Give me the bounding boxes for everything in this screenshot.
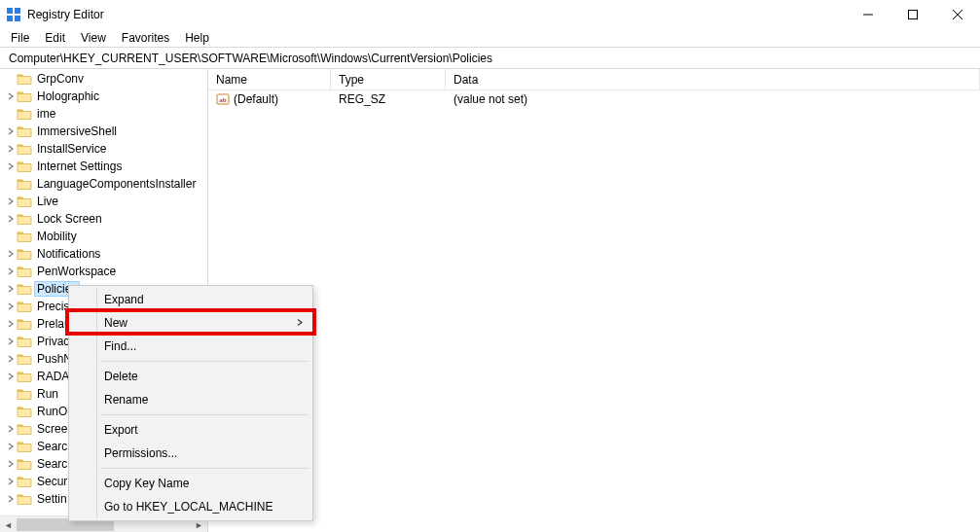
context-menu-separator xyxy=(100,414,309,415)
folder-icon xyxy=(17,212,32,226)
menu-help[interactable]: Help xyxy=(178,30,216,46)
value-type: REG_SZ xyxy=(331,92,446,106)
tree-item-notifications[interactable]: Notifications xyxy=(0,245,207,263)
menu-edit[interactable]: Edit xyxy=(38,30,72,46)
context-menu-copy-key-name[interactable]: Copy Key Name xyxy=(71,472,310,495)
context-menu-separator xyxy=(100,468,309,469)
tree-item-label: Privac xyxy=(35,335,71,348)
expand-icon[interactable] xyxy=(6,477,16,486)
tree-item-label: Precis xyxy=(35,300,71,313)
folder-icon xyxy=(17,265,32,278)
close-button[interactable] xyxy=(935,0,980,29)
expand-icon[interactable] xyxy=(6,442,16,451)
expand-icon[interactable] xyxy=(6,266,16,276)
tree-item-label: Live xyxy=(35,195,60,208)
value-data: (value not set) xyxy=(446,92,980,106)
expand-icon[interactable] xyxy=(6,214,16,224)
scroll-left-button[interactable]: ◄ xyxy=(0,516,17,532)
expand-icon[interactable] xyxy=(6,91,16,101)
expand-icon[interactable] xyxy=(6,372,16,381)
folder-icon xyxy=(17,300,32,313)
expand-icon[interactable] xyxy=(6,354,16,364)
context-menu-expand[interactable]: Expand xyxy=(71,288,310,311)
tree-item-label: ime xyxy=(35,107,57,121)
menu-file[interactable]: File xyxy=(4,30,36,46)
context-menu-item-label: Permissions... xyxy=(104,446,177,460)
expand-icon[interactable] xyxy=(6,196,16,206)
folder-icon xyxy=(17,247,32,261)
expand-icon[interactable] xyxy=(6,424,16,434)
context-menu-rename[interactable]: Rename xyxy=(71,388,310,411)
expand-icon[interactable] xyxy=(6,284,16,294)
context-menu-find[interactable]: Find... xyxy=(71,335,310,358)
tree-item-label: Internet Settings xyxy=(35,160,124,173)
expand-icon[interactable] xyxy=(6,161,16,171)
folder-icon xyxy=(17,370,32,383)
context-menu-item-label: Find... xyxy=(104,339,136,353)
address-input[interactable] xyxy=(6,50,974,67)
values-body[interactable]: ab(Default)REG_SZ(value not set) xyxy=(208,90,980,532)
tree-item-label: RunO xyxy=(35,405,69,418)
value-row[interactable]: ab(Default)REG_SZ(value not set) xyxy=(208,90,980,108)
tree-item-penworkspace[interactable]: PenWorkspace xyxy=(0,263,207,280)
svg-text:ab: ab xyxy=(219,96,227,104)
folder-icon xyxy=(17,492,32,506)
tree-item-installservice[interactable]: InstallService xyxy=(0,140,207,158)
folder-icon xyxy=(17,89,32,103)
window-title: Registry Editor xyxy=(27,8,104,21)
tree-item-label: Scree xyxy=(35,422,69,436)
expand-icon[interactable] xyxy=(6,459,16,469)
tree-item-internet-settings[interactable]: Internet Settings xyxy=(0,158,207,175)
tree-item-label: Prelau xyxy=(35,317,73,331)
tree-item-lock-screen[interactable]: Lock Screen xyxy=(0,210,207,228)
tree-item-label: Mobility xyxy=(35,230,79,243)
svg-rect-2 xyxy=(7,16,13,21)
folder-icon xyxy=(17,72,32,86)
tree-item-label: Settin xyxy=(35,492,69,506)
context-menu-permissions[interactable]: Permissions... xyxy=(71,442,310,465)
context-menu-separator xyxy=(100,361,309,362)
tree-item-languagecomponentsinstaller[interactable]: LanguageComponentsInstaller xyxy=(0,175,207,193)
expand-icon[interactable] xyxy=(6,337,16,346)
maximize-button[interactable] xyxy=(890,0,935,29)
context-menu-export[interactable]: Export xyxy=(71,418,310,442)
tree-item-grpconv[interactable]: GrpConv xyxy=(0,70,207,88)
tree-item-ime[interactable]: ime xyxy=(0,105,207,123)
expand-icon[interactable] xyxy=(6,319,16,329)
column-header-data[interactable]: Data xyxy=(446,69,980,89)
context-menu-item-label: Delete xyxy=(104,370,138,383)
menu-bar: File Edit View Favorites Help xyxy=(0,29,980,48)
tree-item-label: Searc xyxy=(35,440,69,453)
column-header-name[interactable]: Name xyxy=(208,69,331,89)
values-pane: Name Type Data ab(Default)REG_SZ(value n… xyxy=(208,69,980,532)
expand-icon[interactable] xyxy=(6,249,16,259)
expand-icon[interactable] xyxy=(6,144,16,154)
tree-item-label: LanguageComponentsInstaller xyxy=(35,177,198,191)
menu-view[interactable]: View xyxy=(74,30,113,46)
expand-icon[interactable] xyxy=(6,301,16,311)
context-menu-item-label: Go to HKEY_LOCAL_MACHINE xyxy=(104,500,272,514)
values-header: Name Type Data xyxy=(208,69,980,90)
tree-item-live[interactable]: Live xyxy=(0,193,207,210)
folder-icon xyxy=(17,282,32,296)
submenu-arrow-icon xyxy=(297,318,303,329)
context-menu: ExpandNewFind...DeleteRenameExportPermis… xyxy=(68,285,313,521)
expand-icon[interactable] xyxy=(6,494,16,504)
tree-item-holographic[interactable]: Holographic xyxy=(0,88,207,105)
tree-item-label: Searc xyxy=(35,457,69,471)
context-menu-delete[interactable]: Delete xyxy=(71,365,310,388)
context-menu-go-to-hkey-local-machine[interactable]: Go to HKEY_LOCAL_MACHINE xyxy=(71,495,310,518)
svg-rect-1 xyxy=(15,8,20,14)
minimize-button[interactable] xyxy=(846,0,890,29)
context-menu-new[interactable]: New xyxy=(71,311,310,335)
column-header-type[interactable]: Type xyxy=(331,69,446,89)
tree-item-label: Secur xyxy=(35,475,69,488)
address-bar xyxy=(0,48,980,69)
tree-item-mobility[interactable]: Mobility xyxy=(0,228,207,245)
tree-item-immersiveshell[interactable]: ImmersiveShell xyxy=(0,123,207,140)
expand-icon[interactable] xyxy=(6,126,16,136)
folder-icon xyxy=(17,160,32,173)
string-value-icon: ab xyxy=(216,92,230,106)
svg-rect-3 xyxy=(15,16,20,21)
menu-favorites[interactable]: Favorites xyxy=(115,30,176,46)
